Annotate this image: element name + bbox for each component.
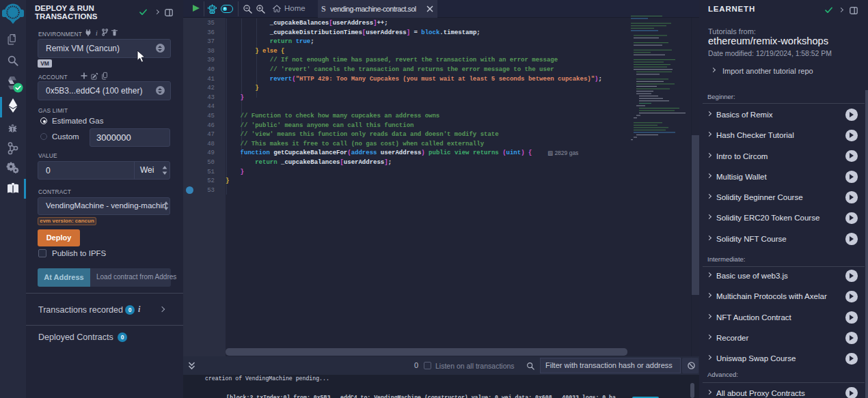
svg-text:i: i: [96, 29, 98, 36]
